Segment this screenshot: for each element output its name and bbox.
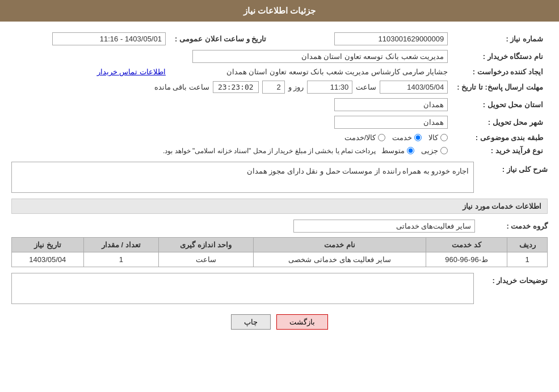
- creator-value: جشایار صارمی کارشناس مدیریت شعب بانک توس…: [226, 68, 448, 76]
- number-label: شماره نیاز :: [452, 30, 548, 48]
- city-label: شهر محل تحویل :: [452, 113, 548, 131]
- col-code: کد خدمت: [426, 238, 507, 252]
- org-value: مدیریت شعب بانک توسعه تعاون استان همدان: [192, 50, 448, 63]
- deadline-remaining: ساعت باقی مانده: [154, 83, 209, 91]
- buyer-notes-label: توضیحات خریدار :: [480, 273, 548, 285]
- page-header: جزئیات اطلاعات نیاز: [0, 0, 559, 22]
- number-value: 1103001629000009: [334, 32, 448, 45]
- province-value: همدان: [334, 98, 448, 111]
- category-option-khedmat[interactable]: خدمت: [392, 133, 422, 142]
- services-section-title: اطلاعات خدمات مورد نیاز: [11, 199, 548, 214]
- category-option-kala[interactable]: کالا: [428, 133, 448, 142]
- deadline-date: 1403/05/04: [380, 81, 448, 94]
- creator-label: ایجاد کننده درخواست :: [452, 65, 548, 78]
- deadline-time: 11:30: [307, 81, 352, 94]
- province-label: استان محل تحویل :: [452, 96, 548, 113]
- city-value: همدان: [334, 116, 448, 129]
- date-value: 1403/05/01 - 11:16: [52, 32, 166, 45]
- group-label: گروه خدمت :: [480, 222, 548, 230]
- category-label: طبقه بندی موضوعی :: [452, 131, 548, 144]
- page-title: جزئیات اطلاعات نیاز: [243, 6, 316, 15]
- contact-link[interactable]: اطلاعات تماس خریدار: [97, 68, 166, 76]
- group-value: سایر فعالیت‌های خدماتی: [293, 220, 475, 233]
- description-label: شرح کلی نیاز :: [480, 162, 548, 174]
- purchase-option-motavas[interactable]: متوسط: [381, 146, 414, 155]
- table-row: 1 ط-96-96-960 سایر فعالیت های خدماتی شخص…: [12, 252, 548, 267]
- back-button[interactable]: بازگشت: [276, 314, 328, 330]
- date-label: تاریخ و ساعت اعلان عمومی :: [170, 30, 271, 48]
- cell-row: 1: [507, 252, 548, 267]
- col-name: نام خدمت: [253, 238, 426, 252]
- cell-code: ط-96-96-960: [426, 252, 507, 267]
- button-group: بازگشت چاپ: [11, 314, 548, 330]
- purchase-option-jozi[interactable]: جزیی: [421, 146, 448, 155]
- deadline-days: 2: [262, 81, 285, 94]
- col-date: تاریخ نیاز: [12, 238, 84, 252]
- col-qty: تعداد / مقدار: [83, 238, 158, 252]
- cell-unit: ساعت: [158, 252, 253, 267]
- cell-date: 1403/05/04: [12, 252, 84, 267]
- services-table: ردیف کد خدمت نام خدمت واحد اندازه گیری ت…: [11, 237, 548, 267]
- deadline-days-label: روز و: [288, 83, 304, 91]
- description-value: اجاره خودرو به همراه راننده از موسسات حم…: [11, 162, 474, 193]
- print-button[interactable]: چاپ: [231, 314, 271, 330]
- purchase-notice: پرداخت تمام یا بخشی از مبلغ خریدار از مح…: [163, 147, 376, 155]
- cell-name: سایر فعالیت های خدماتی شخصی: [253, 252, 426, 267]
- deadline-countdown: 23:23:02: [213, 81, 259, 93]
- buyer-notes-textarea[interactable]: [11, 273, 474, 304]
- cell-qty: 1: [83, 252, 158, 267]
- org-label: نام دستگاه خریدار :: [452, 48, 548, 65]
- category-option-kala-khedmat[interactable]: کالا/خدمت: [344, 133, 386, 142]
- col-row: ردیف: [507, 238, 548, 252]
- deadline-label: مهلت ارسال پاسخ: تا تاریخ :: [452, 78, 548, 96]
- col-unit: واحد اندازه گیری: [158, 238, 253, 252]
- purchase-type-label: نوع فرآیند خرید :: [452, 144, 548, 157]
- deadline-time-label: ساعت: [356, 83, 376, 91]
